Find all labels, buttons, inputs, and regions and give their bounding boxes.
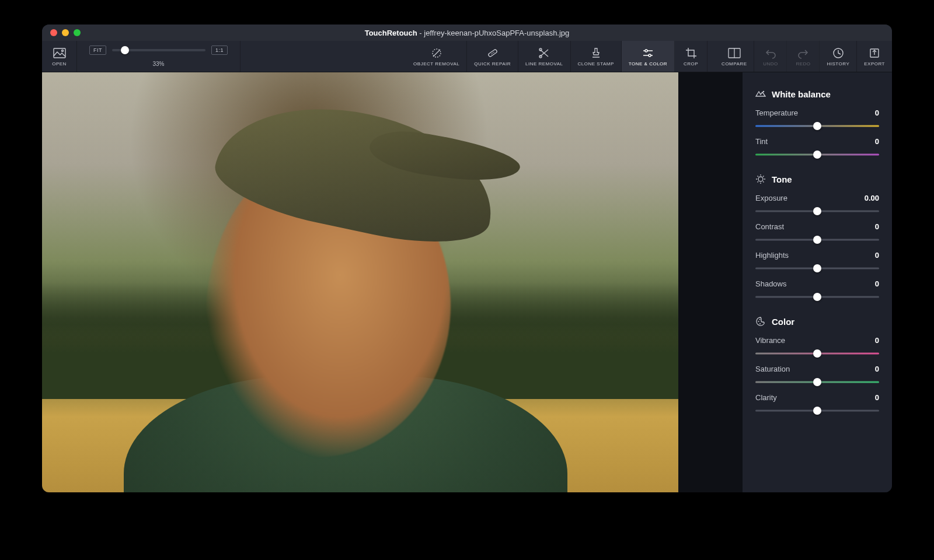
temperature-thumb[interactable] [813, 122, 821, 130]
temperature-control: Temperature 0 [755, 108, 879, 130]
shadows-thumb[interactable] [813, 293, 821, 301]
open-label: OPEN [52, 61, 67, 66]
shadows-value[interactable]: 0 [875, 279, 879, 288]
color-title: Color [772, 317, 794, 327]
clarity-value[interactable]: 0 [875, 393, 879, 402]
shadows-control: Shadows 0 [755, 279, 879, 301]
tone-icon [755, 174, 766, 184]
vibrance-label: Vibrance [755, 336, 785, 345]
canvas-area[interactable] [42, 72, 743, 492]
export-button[interactable]: EXPORT [857, 41, 892, 72]
quick-repair-tool[interactable]: QUICK REPAIR [467, 41, 518, 72]
svg-point-7 [539, 48, 542, 51]
undo-button[interactable]: UNDO [754, 41, 787, 72]
compare-icon [728, 47, 741, 60]
adjustments-panel: White balance Temperature 0 Tint [743, 72, 892, 492]
svg-point-8 [539, 55, 542, 58]
temperature-value[interactable]: 0 [875, 108, 879, 117]
object-removal-label: OBJECT REMOVAL [413, 61, 459, 66]
vibrance-value[interactable]: 0 [875, 336, 879, 345]
white-balance-icon [755, 89, 766, 99]
svg-line-26 [758, 181, 759, 183]
zoom-controls: FIT 1:1 33% [77, 41, 241, 72]
temperature-slider[interactable] [755, 122, 879, 130]
vibrance-thumb[interactable] [813, 349, 821, 358]
highlights-slider[interactable] [755, 264, 879, 272]
title-separator: - [417, 29, 424, 37]
svg-point-4 [492, 52, 493, 54]
zoom-percent-label: 33% [152, 61, 164, 67]
contrast-label: Contrast [755, 222, 784, 231]
contrast-value[interactable]: 0 [875, 222, 879, 231]
svg-point-1 [61, 50, 63, 51]
saturation-value[interactable]: 0 [875, 365, 879, 373]
svg-point-27 [758, 321, 759, 322]
undo-icon [764, 47, 777, 60]
crop-icon [685, 47, 698, 60]
saturation-thumb[interactable] [813, 378, 821, 386]
exposure-control: Exposure 0.00 [755, 194, 879, 215]
zoom-fit-button[interactable]: FIT [89, 46, 106, 55]
highlights-thumb[interactable] [813, 264, 821, 272]
tone-color-label: TONE & COLOR [629, 61, 667, 66]
window-controls [42, 29, 81, 36]
clone-stamp-tool[interactable]: CLONE STAMP [571, 41, 622, 72]
svg-point-28 [759, 319, 761, 320]
object-removal-icon [430, 47, 443, 60]
clarity-slider[interactable] [755, 407, 879, 415]
zoom-1to1-button[interactable]: 1:1 [211, 46, 228, 55]
zoom-window-button[interactable] [74, 29, 81, 36]
tint-value[interactable]: 0 [875, 137, 879, 146]
history-icon [832, 47, 845, 60]
exposure-thumb[interactable] [813, 207, 821, 215]
canvas-image[interactable] [42, 72, 678, 492]
crop-tool[interactable]: CROP [675, 41, 708, 72]
tint-thumb[interactable] [813, 150, 821, 159]
highlights-value[interactable]: 0 [875, 251, 879, 260]
white-balance-section: White balance Temperature 0 Tint [755, 89, 879, 159]
redo-label: REDO [796, 61, 810, 66]
zoom-slider[interactable] [112, 49, 205, 51]
tint-label: Tint [755, 137, 768, 146]
clarity-control: Clarity 0 [755, 393, 879, 415]
line-removal-tool[interactable]: LINE REMOVAL [518, 41, 571, 72]
contrast-slider[interactable] [755, 236, 879, 244]
shadows-slider[interactable] [755, 293, 879, 301]
svg-point-18 [758, 177, 763, 181]
tint-slider[interactable] [755, 150, 879, 159]
compare-label: COMPARE [722, 61, 747, 66]
exposure-slider[interactable] [755, 207, 879, 215]
svg-line-25 [763, 176, 764, 177]
svg-line-24 [763, 181, 764, 183]
close-window-button[interactable] [50, 29, 57, 36]
clone-stamp-label: CLONE STAMP [578, 61, 614, 66]
zoom-slider-thumb[interactable] [121, 46, 129, 54]
svg-point-6 [493, 51, 494, 52]
history-label: HISTORY [827, 61, 849, 66]
white-balance-title: White balance [772, 89, 831, 99]
shadows-label: Shadows [755, 279, 786, 288]
svg-line-23 [758, 176, 759, 177]
compare-button[interactable]: COMPARE [715, 41, 754, 72]
document-filename: jeffrey-keenan-pUhxoSapPFA-unsplash.jpg [424, 29, 569, 37]
tone-color-tool[interactable]: TONE & COLOR [622, 41, 675, 72]
open-button[interactable]: OPEN [42, 41, 77, 72]
saturation-slider[interactable] [755, 378, 879, 386]
minimize-window-button[interactable] [62, 29, 69, 36]
crop-label: CROP [684, 61, 698, 66]
highlights-label: Highlights [755, 251, 789, 260]
svg-point-12 [649, 54, 651, 57]
vibrance-control: Vibrance 0 [755, 336, 879, 358]
vibrance-slider[interactable] [755, 349, 879, 358]
contrast-thumb[interactable] [813, 236, 821, 244]
history-button[interactable]: HISTORY [820, 41, 857, 72]
app-name: TouchRetouch [365, 29, 417, 37]
object-removal-tool[interactable]: OBJECT REMOVAL [406, 41, 467, 72]
clarity-thumb[interactable] [813, 407, 821, 415]
redo-button[interactable]: REDO [787, 41, 820, 72]
sliders-icon [642, 47, 654, 60]
highlights-control: Highlights 0 [755, 251, 879, 272]
exposure-value[interactable]: 0.00 [865, 194, 879, 202]
export-icon [868, 47, 881, 60]
bandage-icon [486, 47, 499, 60]
